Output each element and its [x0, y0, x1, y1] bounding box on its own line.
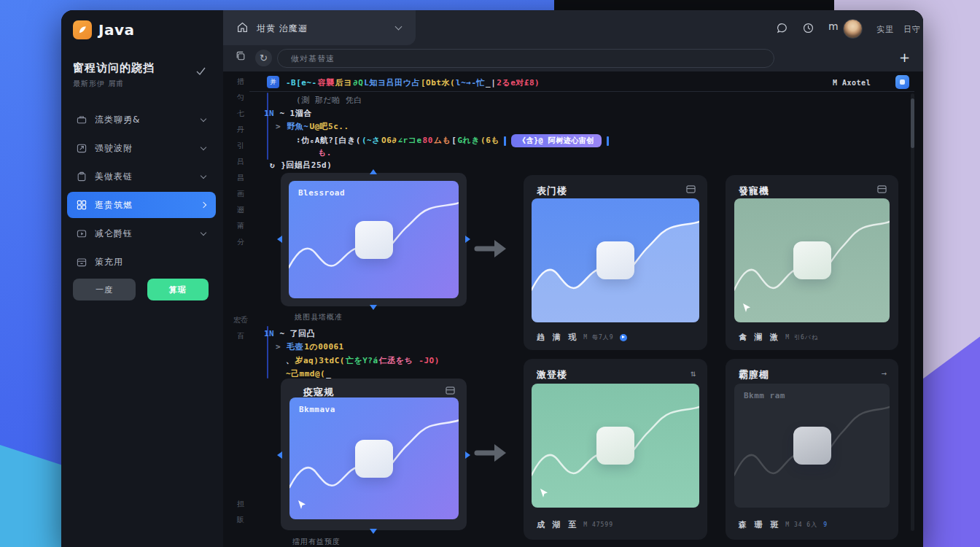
pointer-cursor-icon [742, 302, 752, 316]
result-card-4[interactable]: 霸膣棚 → Bkmm ram 森 珊 斑 M 34 6入 9 [726, 359, 898, 540]
play-badge-icon[interactable] [620, 334, 627, 341]
sidebar-section-subtitle: 最斯形伊 屑甫 [73, 79, 124, 89]
code-line: 1N ~ 了回凸 [264, 328, 316, 339]
result-card-1[interactable]: 表门楼 趋 满 现 M 每7人9 [524, 175, 707, 350]
card-title: 表门楼 [537, 185, 567, 198]
panel-label: Blessroad [298, 188, 345, 198]
chevron-down-icon [201, 230, 206, 236]
share-box-icon [76, 142, 88, 154]
chat-icon[interactable] [776, 22, 788, 37]
code-line: > 毛壺1の00061 [276, 341, 345, 352]
fold-badge[interactable]: 1N [264, 329, 274, 338]
home-icon[interactable] [236, 21, 249, 36]
history-icon[interactable] [802, 22, 814, 37]
chart-panel: Bkmm ram [734, 384, 890, 508]
grid-icon [76, 199, 88, 211]
connection-handle-bottom[interactable] [370, 305, 377, 314]
connection-handle-top[interactable] [370, 166, 377, 174]
sidebar-item-4-active[interactable]: 逛贵筑燃 [67, 192, 216, 218]
connection-handle-right[interactable] [465, 236, 474, 243]
center-widget [596, 241, 634, 279]
add-button[interactable]: + [899, 50, 910, 65]
sidebar: Java 窗程访问的跷挡 最斯形伊 屑甫 流类聊勇& 强驶波附 [61, 10, 223, 547]
connection-handle-right[interactable] [465, 451, 474, 459]
sidebar-item-3[interactable]: 美做表链 [67, 163, 216, 190]
flow-node-source-2[interactable]: 疫寇规 Bkmmava [281, 379, 467, 530]
top-header: 坩黄 治魔逦 m 实里 日守 ↻ [223, 10, 923, 71]
code-fold-line[interactable]: ↻ }回娼吕25d) [270, 160, 332, 171]
chevron-down-icon [201, 116, 206, 122]
node-caption: 姚图县塔概准 [295, 312, 343, 322]
scrollbar-thumb[interactable] [911, 98, 914, 148]
card-footer: 森 珊 斑 M 34 6入 9 [739, 519, 828, 530]
chevron-down-icon [201, 144, 206, 150]
gutter-line-numbers: 担販 [230, 496, 251, 528]
node-caption: 擂用有益预度 [292, 537, 341, 547]
app-logo[interactable]: Java [73, 20, 134, 39]
clipboard-icon [76, 171, 88, 182]
result-card-2[interactable]: 發寵機 禽 澜 激 M 引6バね [726, 175, 898, 350]
footer-text: 森 珊 斑 [739, 519, 779, 530]
sidebar-item-1[interactable]: 流类聊勇& [67, 106, 216, 133]
user-avatar[interactable] [843, 19, 863, 39]
sidebar-section-title: 窗程访问的跷挡 [73, 61, 155, 75]
pointer-cursor-icon [539, 487, 549, 501]
refresh-icon[interactable]: ↻ [255, 50, 272, 66]
flow-node-source-1[interactable]: Blessroad [281, 173, 467, 306]
expand-icon[interactable] [446, 386, 455, 397]
sidebar-buttons: 一度 算琚 [61, 279, 223, 300]
copy-icon[interactable] [235, 50, 246, 65]
sidebar-item-label: 减仑爵钰 [95, 228, 133, 240]
sidebar-item-6[interactable]: 策充用 [67, 249, 216, 275]
header-label-2[interactable]: 日守 [903, 24, 921, 35]
secondary-button[interactable]: 一度 [73, 279, 136, 300]
footer-meta: M 34 6入 [785, 521, 817, 529]
connection-handle-left[interactable] [273, 236, 282, 243]
header-label-1[interactable]: 实里 [876, 24, 894, 35]
archive-icon [76, 256, 88, 268]
run-button[interactable] [895, 75, 909, 89]
flow-arrow-icon [474, 442, 508, 467]
chevron-right-icon [201, 202, 206, 208]
code-line: 、岁aq)3tdC(亡をY?á仁丞をち -JO) [286, 355, 440, 366]
sidebar-item-label: 强驶波附 [95, 142, 133, 155]
card-footer: 成 湖 至 M 47599 [537, 519, 613, 530]
code-line: も. [318, 147, 332, 158]
expand-icon[interactable] [686, 185, 696, 196]
code-line-icon[interactable]: 并 [267, 76, 279, 88]
sort-icon[interactable]: ⇅ [691, 368, 696, 379]
center-widget [355, 221, 393, 259]
video-icon [76, 228, 88, 239]
center-widget [596, 427, 634, 465]
app-window: Java 窗程访问的跷挡 最斯形伊 屑甫 流类聊勇& 强驶波附 [61, 10, 923, 547]
m-icon[interactable]: m [828, 20, 839, 32]
connection-handle-bottom[interactable] [370, 529, 377, 538]
inline-suggestion-badge[interactable]: 《含}@ 阿树迹心宙创 [511, 134, 602, 147]
chart-panel [734, 198, 890, 322]
result-card-3[interactable]: 激登楼 ⇅ 成 湖 至 M 47599 [524, 359, 707, 540]
sidebar-item-label: 美做表链 [95, 171, 133, 183]
footer-text: 禽 澜 激 [739, 332, 779, 343]
search-input[interactable] [277, 49, 774, 68]
fold-badge[interactable]: 1N [264, 109, 274, 118]
briefcase-icon [76, 114, 88, 125]
center-widget [793, 241, 831, 279]
active-tab[interactable]: 坩黄 治魔逦 [223, 10, 416, 45]
arrow-right-icon[interactable]: → [882, 368, 887, 379]
code-comment: (測 那だ啪 凭白 [296, 95, 363, 106]
scrollbar[interactable] [911, 93, 914, 531]
chevron-down-icon[interactable] [395, 23, 402, 31]
code-right-label: M Axotel [833, 79, 871, 87]
chart-panel [532, 198, 699, 322]
chart-panel [532, 384, 699, 508]
card-footer: 趋 满 现 M 每7人9 [537, 332, 627, 343]
connection-handle-left[interactable] [273, 451, 282, 459]
pointer-cursor-icon [297, 499, 307, 513]
sidebar-item-2[interactable]: 强驶波附 [67, 135, 216, 161]
expand-icon[interactable] [877, 185, 887, 196]
primary-button[interactable]: 算琚 [147, 279, 209, 300]
sidebar-item-5[interactable]: 减仑爵钰 [67, 220, 216, 247]
check-icon [196, 64, 206, 78]
app-logo-text: Java [98, 21, 134, 39]
sidebar-nav: 流类聊勇& 强驶波附 美做表链 逛贵筑燃 [61, 106, 223, 277]
